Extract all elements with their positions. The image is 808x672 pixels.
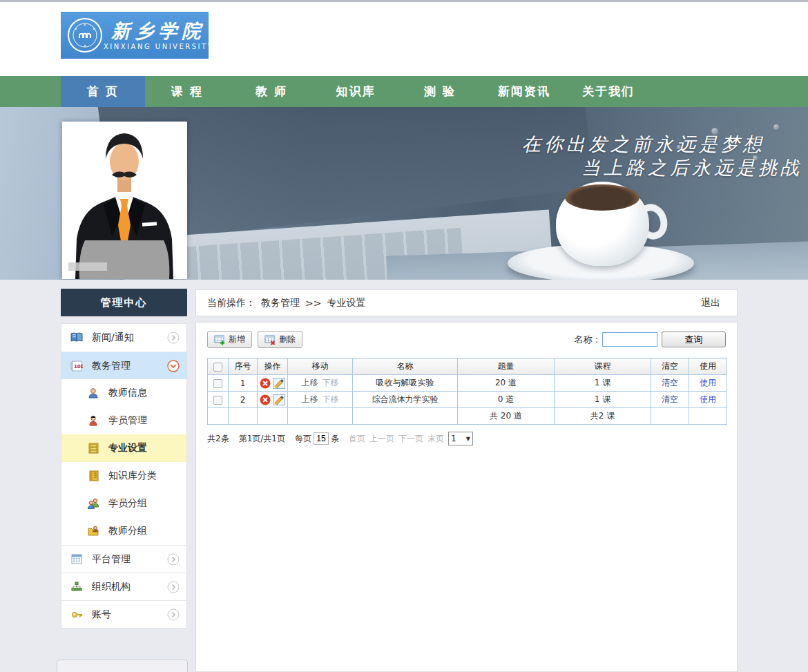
move-up-link[interactable]: 上移 bbox=[302, 394, 318, 404]
delete-row-icon[interactable] bbox=[260, 394, 271, 405]
platform-icon bbox=[70, 553, 84, 566]
teacher-icon bbox=[86, 387, 100, 399]
sidebar-item-teacher-info[interactable]: 教师信息 bbox=[61, 379, 186, 407]
col-header-seq: 序号 bbox=[229, 358, 258, 375]
sidebar-item-label: 账号 bbox=[92, 608, 167, 621]
next-page-link[interactable]: 下一页 bbox=[398, 433, 423, 445]
sidebar-item-label: 知识库分类 bbox=[108, 470, 180, 482]
add-table-icon bbox=[214, 334, 225, 345]
col-header-clear: 清空 bbox=[651, 358, 689, 375]
nav-tab-news[interactable]: 新闻资讯 bbox=[482, 76, 566, 107]
row-checkbox[interactable] bbox=[213, 396, 222, 405]
search-area: 名称 : 查询 bbox=[574, 332, 726, 347]
sidebar-item-teacher-groups[interactable]: 教师分组 bbox=[61, 517, 186, 545]
sidebar-item-label: 平台管理 bbox=[92, 553, 167, 566]
sidebar-item-student-management[interactable]: 学员管理 bbox=[61, 407, 186, 434]
search-input[interactable] bbox=[602, 332, 657, 347]
move-up-link[interactable]: 上移 bbox=[302, 378, 318, 387]
last-page-link[interactable]: 末页 bbox=[427, 433, 444, 445]
chevron-right-icon bbox=[167, 553, 180, 566]
pagination-page-info: 第1页/共1页 bbox=[239, 433, 285, 445]
row-courses: 1 课 bbox=[555, 392, 651, 408]
table-summary-row: 共 20 道 共2 课 bbox=[208, 408, 727, 425]
use-link[interactable]: 使用 bbox=[700, 378, 716, 387]
sidebar-item-academic-management[interactable]: 100 教务管理 bbox=[61, 352, 186, 379]
logo-title-en: XINXIANG UNIVERSITY bbox=[104, 43, 213, 50]
nav-tab-about[interactable]: 关于我们 bbox=[566, 76, 651, 107]
table-row: 1 上移下移 吸收与解吸实验 20 道 1 课 清空 使用 bbox=[208, 375, 727, 392]
sidebar-item-label: 学员管理 bbox=[108, 414, 180, 427]
row-name: 综合流体力学实验 bbox=[353, 392, 458, 408]
sidebar-item-major-settings[interactable]: 专业设置 bbox=[61, 434, 186, 462]
chevron-down-icon bbox=[167, 360, 180, 372]
clear-link[interactable]: 清空 bbox=[662, 378, 678, 387]
nav-tab-courses[interactable]: 课 程 bbox=[145, 76, 229, 107]
col-header-move: 移动 bbox=[288, 358, 353, 375]
sidebar-item-account[interactable]: 账号 bbox=[61, 600, 186, 628]
sidebar-item-platform-management[interactable]: 平台管理 bbox=[61, 545, 186, 573]
clear-link[interactable]: 清空 bbox=[662, 394, 678, 404]
select-arrow-icon: ▼ bbox=[466, 436, 470, 442]
university-logo[interactable]: 新乡学院 XINXIANG UNIVERSITY bbox=[61, 12, 209, 59]
logo-title-cn: 新乡学院 bbox=[104, 21, 213, 41]
sidebar-item-label: 学员分组 bbox=[108, 497, 180, 510]
businessman-illustration-icon bbox=[62, 122, 187, 279]
row-seq: 2 bbox=[229, 392, 258, 408]
sidebar-item-knowledge-categories[interactable]: 知识库分类 bbox=[61, 462, 186, 490]
breadcrumb-prefix: 当前操作： bbox=[207, 297, 256, 309]
edit-row-icon[interactable] bbox=[273, 394, 285, 405]
delete-table-icon bbox=[264, 334, 276, 345]
row-seq: 1 bbox=[229, 375, 258, 392]
pagination-bar: 共2条 第1页/共1页 每页 条 首页 上一页 下一页 末页 1 ▼ bbox=[207, 432, 737, 445]
per-page-suffix: 条 bbox=[331, 433, 339, 445]
move-down-link[interactable]: 下移 bbox=[323, 394, 339, 404]
delete-button[interactable]: 删除 bbox=[258, 331, 302, 348]
breadcrumb-current: 专业设置 bbox=[327, 297, 365, 309]
query-button[interactable]: 查询 bbox=[662, 332, 726, 347]
move-down-link[interactable]: 下移 bbox=[323, 378, 339, 387]
org-chart-icon bbox=[70, 581, 84, 593]
table-row: 2 上移下移 综合流体力学实验 0 道 1 课 清空 使用 bbox=[208, 392, 727, 408]
sidebar-item-news[interactable]: 新闻/通知 bbox=[61, 324, 186, 352]
edit-row-icon[interactable] bbox=[273, 378, 285, 389]
add-button-label: 新增 bbox=[229, 334, 245, 345]
majors-table: 序号 操作 移动 名称 题量 课程 清空 使用 1 bbox=[207, 358, 727, 425]
nav-tab-tests[interactable]: 测 验 bbox=[398, 76, 482, 107]
nav-tab-knowledge[interactable]: 知识库 bbox=[314, 76, 398, 107]
main-nav: 首 页 课 程 教 师 知识库 测 验 新闻资讯 关于我们 bbox=[0, 76, 808, 107]
first-page-link[interactable]: 首页 bbox=[349, 433, 365, 445]
delete-row-icon[interactable] bbox=[260, 378, 271, 389]
banner-slogan-line1: 在你出发之前永远是梦想 bbox=[522, 132, 765, 157]
page-select[interactable]: 1 ▼ bbox=[448, 432, 473, 445]
user-avatar bbox=[62, 122, 187, 279]
student-group-icon bbox=[86, 497, 100, 510]
chevron-right-icon bbox=[167, 581, 180, 593]
banner-coffee-surface bbox=[565, 184, 639, 211]
nav-tab-home[interactable]: 首 页 bbox=[61, 76, 145, 107]
per-page-input[interactable] bbox=[314, 432, 329, 445]
per-page-prefix: 每页 bbox=[295, 433, 311, 445]
breadcrumb-separator: >> bbox=[305, 298, 321, 309]
pagination-total: 共2条 bbox=[207, 433, 229, 445]
row-checkbox[interactable] bbox=[213, 379, 222, 388]
banner-slogan-line2: 当上路之后永远是挑战 bbox=[581, 155, 802, 180]
university-seal-icon bbox=[66, 17, 104, 54]
logout-link[interactable]: 退出 bbox=[701, 297, 720, 309]
sidebar-item-label: 组织机构 bbox=[92, 581, 167, 593]
col-header-actions: 操作 bbox=[258, 358, 288, 375]
add-button[interactable]: 新增 bbox=[207, 331, 252, 348]
select-all-checkbox[interactable] bbox=[213, 363, 222, 372]
nav-tab-teachers[interactable]: 教 师 bbox=[229, 76, 314, 107]
table-toolbar: 新增 删除 名称 : 查询 bbox=[196, 323, 737, 355]
summary-courses: 共2 课 bbox=[555, 408, 651, 425]
sidebar-item-organization[interactable]: 组织机构 bbox=[61, 573, 186, 600]
student-icon bbox=[86, 414, 100, 427]
summary-questions: 共 20 道 bbox=[458, 408, 555, 425]
sidebar-item-student-groups[interactable]: 学员分组 bbox=[61, 490, 186, 517]
major-icon bbox=[86, 442, 100, 454]
col-header-questions: 题量 bbox=[458, 358, 555, 375]
prev-page-link[interactable]: 上一页 bbox=[369, 433, 394, 445]
use-link[interactable]: 使用 bbox=[700, 394, 716, 404]
sidebar-footer-panel bbox=[57, 660, 188, 672]
site-header: 新乡学院 XINXIANG UNIVERSITY bbox=[0, 2, 808, 76]
